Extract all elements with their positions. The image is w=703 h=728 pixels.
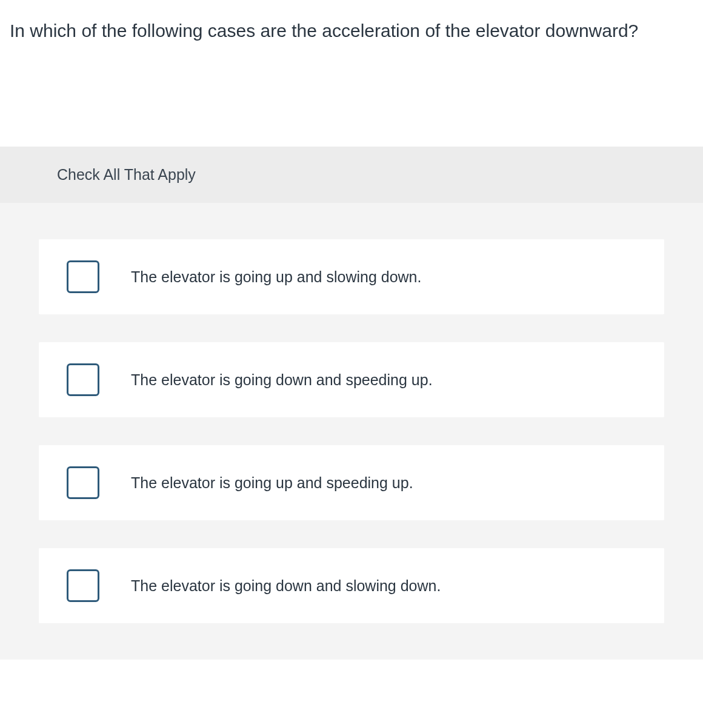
option-row[interactable]: The elevator is going up and speeding up… [39,445,664,520]
checkbox[interactable] [67,260,99,293]
option-row[interactable]: The elevator is going down and speeding … [39,342,664,417]
option-label: The elevator is going up and slowing dow… [131,268,421,286]
checkbox[interactable] [67,569,99,602]
option-row[interactable]: The elevator is going down and slowing d… [39,548,664,623]
option-label: The elevator is going down and slowing d… [131,577,441,595]
option-row[interactable]: The elevator is going up and slowing dow… [39,239,664,314]
question-text: In which of the following cases are the … [0,0,703,44]
answer-section: Check All That Apply The elevator is goi… [0,147,703,660]
checkbox[interactable] [67,363,99,396]
checkbox[interactable] [67,466,99,499]
option-label: The elevator is going down and speeding … [131,371,433,389]
options-container: The elevator is going up and slowing dow… [0,203,703,660]
instruction-header: Check All That Apply [0,147,703,203]
option-label: The elevator is going up and speeding up… [131,474,413,492]
